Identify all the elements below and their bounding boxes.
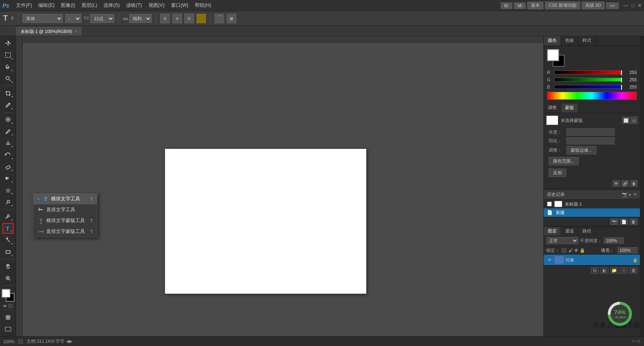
switch-colors-btn[interactable]: ⇄ (3, 304, 6, 308)
lasso-tool-btn[interactable]: ▸ (2, 62, 14, 72)
text-tool-btn[interactable]: T ▸ (2, 223, 14, 234)
align-center-btn[interactable]: ≡ (172, 14, 182, 23)
layers-tab[interactable]: 图层 (544, 227, 561, 235)
layer-delete-btn[interactable]: 🗑 (630, 267, 638, 274)
mask-link-btn[interactable]: 🔗 (621, 180, 629, 187)
adjustments-tab[interactable]: 调整 (544, 103, 561, 113)
fill-input[interactable] (617, 247, 638, 253)
layer-item-0[interactable]: 👁 对象 🔒 (544, 255, 640, 266)
crop-tool-btn[interactable]: ▸ (2, 88, 14, 99)
eyedropper-btn[interactable]: ▸ (2, 99, 14, 110)
history-new-doc-btn[interactable]: 📄 (620, 218, 628, 225)
styles-tab[interactable]: 样式 (578, 36, 596, 45)
paths-tab[interactable]: 路径 (578, 227, 596, 235)
layer-eye-0[interactable]: 👁 (546, 257, 553, 262)
history-item-0[interactable]: 未标题-1 (544, 200, 640, 208)
align-left-btn[interactable]: ≡ (160, 14, 170, 23)
dodge-btn[interactable]: ▸ (2, 196, 14, 207)
mask-edge-btn[interactable]: 蒙版边缘... (566, 146, 597, 154)
menu-select[interactable]: 选择(S) (101, 1, 122, 10)
flyout-item-0[interactable]: • T 横排文字工具 T (33, 194, 97, 204)
color-tab[interactable]: 颜色 (544, 36, 561, 45)
history-panel-menu[interactable]: ▸ (629, 192, 632, 197)
doc-tab-close[interactable]: × (75, 29, 77, 34)
g-slider[interactable] (554, 78, 622, 82)
font-style-select[interactable]: - (65, 14, 81, 23)
lock-transparency-btn[interactable]: ⬛ (561, 248, 567, 253)
menu-window[interactable]: 窗口(W) (168, 1, 191, 10)
layer-new-btn[interactable]: + (620, 267, 628, 274)
history-item-1[interactable]: 📄 新建 (544, 208, 640, 217)
char-panel-btn[interactable]: ≣ (227, 14, 236, 23)
fg-color-swatch[interactable] (2, 289, 10, 298)
workspace-3d[interactable]: 高级 3D (582, 2, 605, 9)
history-brush-btn[interactable]: ▸ (2, 149, 14, 160)
masks-tab[interactable]: 蒙版 (561, 103, 578, 113)
color-spectrum[interactable] (547, 92, 637, 100)
eraser-btn[interactable]: ▸ (2, 161, 14, 172)
default-colors-btn[interactable]: ⬛ (8, 304, 13, 308)
menu-image[interactable]: 图像(I) (58, 1, 78, 10)
workspace-more[interactable]: >> (606, 2, 619, 9)
pen-btn[interactable]: ▸ (2, 211, 14, 222)
stamp-tool-btn[interactable]: ▸ (2, 138, 14, 148)
menu-edit[interactable]: 编辑(E) (35, 1, 57, 10)
flyout-item-2[interactable]: T̲ 横排文字蒙版工具 T (33, 215, 97, 226)
history-delete-btn[interactable]: 🗑 (630, 218, 638, 225)
warp-text-btn[interactable]: ⌒ (215, 14, 224, 23)
brush-tool-btn[interactable]: ▸ (2, 126, 14, 137)
flyout-item-3[interactable]: T̲ 直排文字蒙版工具 T (33, 226, 97, 237)
gradient-btn[interactable]: ▸ (2, 173, 14, 184)
channels-tab[interactable]: 通道 (561, 227, 578, 235)
status-prev-btn[interactable]: ◀ (66, 339, 69, 344)
blur-btn[interactable]: ▸ (2, 185, 14, 196)
font-size-select[interactable]: 12点 (90, 14, 114, 23)
r-slider[interactable] (554, 70, 622, 74)
marquee-tool-btn[interactable]: ▸ (2, 49, 14, 60)
menu-help[interactable]: 帮助(H) (192, 1, 214, 10)
layer-mask-btn[interactable]: ◐ (601, 267, 609, 274)
feather-input[interactable] (566, 137, 615, 144)
mask-eye-btn[interactable]: 👁 (613, 180, 620, 187)
quick-select-btn[interactable]: ▸ (2, 73, 14, 84)
menu-view[interactable]: 视图(V) (146, 1, 167, 10)
history-check-0[interactable] (547, 202, 552, 206)
history-new-snap-btn[interactable]: 📷 (610, 218, 618, 225)
layer-group-btn[interactable]: 📁 (610, 267, 618, 274)
add-vector-mask-btn[interactable]: ◎ (630, 117, 638, 124)
lock-position-btn[interactable]: ✥ (574, 248, 578, 253)
blend-mode-select[interactable]: 正常 (546, 237, 578, 244)
opacity-input[interactable] (604, 237, 624, 244)
doc-tab-main[interactable]: 未标题-1 @ 100%(RGB/8) × (16, 27, 81, 36)
font-family-select[interactable]: 宋体 (23, 14, 63, 23)
invert-btn[interactable]: 反相 (549, 169, 566, 177)
hand-btn[interactable] (2, 261, 14, 272)
mask-trash-btn[interactable]: 🗑 (630, 180, 638, 187)
text-color-box[interactable] (196, 14, 206, 23)
layer-fx-btn[interactable]: fx (591, 267, 599, 274)
path-select-btn[interactable]: ▸ (2, 235, 14, 245)
zoom-btn[interactable] (2, 273, 14, 284)
lock-paint-btn[interactable]: 🖌 (568, 248, 573, 253)
swatches-tab[interactable]: 色板 (561, 36, 578, 45)
flyout-item-1[interactable]: T 直排文字工具 (33, 204, 97, 215)
workspace-basic[interactable]: 基本 (527, 2, 543, 9)
menu-file[interactable]: 文件(F) (13, 1, 35, 10)
lock-all-btn[interactable]: 🔒 (580, 248, 585, 253)
screen-mode-btn[interactable] (2, 324, 14, 335)
align-right-btn[interactable]: ≡ (184, 14, 194, 23)
menu-filter[interactable]: 滤镜(T) (123, 1, 144, 10)
density-input[interactable] (566, 128, 615, 136)
mini-btn[interactable]: Mi (514, 2, 526, 9)
right-collapse-strip[interactable] (640, 36, 644, 336)
color-range-btn[interactable]: 颜色范围... (549, 157, 579, 165)
zoom-menu-btn[interactable]: ⬛ (18, 339, 23, 344)
close-btn[interactable]: ✕ (638, 3, 642, 8)
b-slider[interactable] (554, 85, 622, 89)
fg-swatch[interactable] (547, 49, 559, 61)
menu-layer[interactable]: 图层(L) (79, 1, 100, 10)
bridge-btn[interactable]: Br (501, 2, 512, 9)
move-tool-btn[interactable] (2, 38, 14, 49)
maximize-btn[interactable]: □ (632, 3, 634, 8)
shape-btn[interactable]: ▸ (2, 247, 14, 257)
